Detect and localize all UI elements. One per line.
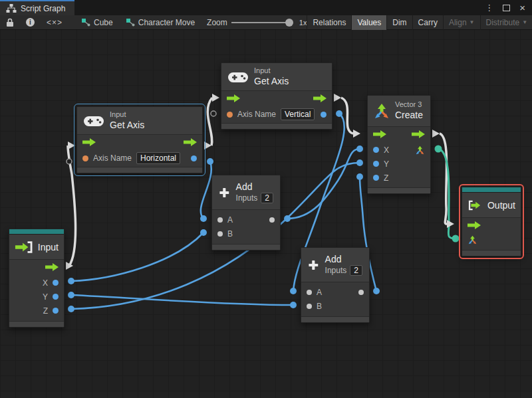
flow-arrow-icon — [82, 138, 96, 146]
node-title: Get Axis — [110, 120, 144, 132]
vector3-input-icon[interactable] — [467, 235, 477, 245]
port-x-label: X — [43, 278, 48, 288]
port-row-x: X — [368, 143, 430, 157]
port-z-dot[interactable] — [53, 308, 59, 314]
port-row-b: B — [301, 299, 369, 313]
port-row-x: X — [9, 276, 64, 290]
gamepad-icon — [228, 71, 248, 83]
port-z-label: Z — [384, 173, 388, 183]
port-row-a: A — [212, 213, 280, 227]
lock-button[interactable] — [0, 15, 20, 30]
port-value-dot[interactable] — [191, 155, 197, 161]
port-y-dot[interactable] — [373, 161, 379, 167]
node-header: Input — [9, 235, 64, 260]
port-a-dot[interactable] — [217, 217, 223, 223]
port-sum-dot[interactable] — [358, 290, 364, 295]
breadcrumb-label: Cube — [94, 18, 113, 27]
distribute-dropdown[interactable]: Distribute▼ — [480, 15, 532, 30]
node-header: Input Get Axis — [77, 107, 202, 135]
node-header: Vector 3 Create — [368, 96, 430, 127]
flow-row — [462, 218, 521, 233]
flow-row — [221, 91, 332, 106]
port-a-label: A — [317, 288, 322, 297]
breadcrumb-label: Character Move — [138, 18, 195, 27]
node-footer — [9, 321, 64, 327]
node-footer — [462, 250, 521, 256]
port-x-label: X — [384, 146, 389, 155]
node-category: Vector 3 — [395, 100, 423, 110]
node-footer — [301, 316, 369, 322]
toggle-relations[interactable]: Relations — [307, 15, 351, 30]
inputs-count-field[interactable]: 2 — [261, 193, 273, 203]
gamepad-icon — [84, 115, 104, 127]
inputs-count-field[interactable]: 2 — [350, 265, 362, 276]
node-footer — [212, 244, 280, 250]
zoom-value: 1x — [299, 19, 307, 27]
port-z-label: Z — [43, 306, 48, 316]
node-title: Add — [325, 254, 362, 266]
window-menu-icon[interactable]: ⋮ — [485, 3, 493, 12]
info-button[interactable]: i — [20, 15, 41, 30]
flow-arrow-icon — [184, 138, 197, 146]
zoom-control: Zoom 1x — [207, 18, 307, 27]
node-vector3-create[interactable]: Vector 3 Create X Y Z — [367, 95, 431, 194]
port-x-dot[interactable] — [53, 280, 59, 286]
node-accent-strip — [462, 187, 521, 193]
breadcrumb-character-move[interactable]: Character Move — [120, 18, 201, 27]
breadcrumb-cube[interactable]: Cube — [75, 18, 120, 27]
field-label: Axis Name — [237, 110, 276, 119]
graph-asset-icon — [126, 19, 135, 27]
port-row-b: B — [212, 227, 280, 241]
node-title: Get Axis — [254, 76, 289, 88]
zoom-slider-handle[interactable] — [285, 19, 293, 27]
port-y-dot[interactable] — [53, 294, 59, 300]
vector3-icon — [373, 103, 390, 119]
port-a-label: A — [227, 215, 233, 225]
align-dropdown[interactable]: Align▼ — [443, 15, 480, 30]
flow-row — [368, 127, 430, 142]
output-event-icon — [467, 199, 483, 212]
port-row-y: Y — [368, 157, 430, 171]
port-b-label: B — [317, 302, 322, 311]
node-title: Add — [236, 181, 273, 193]
node-header: Input Get Axis — [221, 63, 332, 91]
port-value-dot[interactable] — [321, 112, 327, 118]
port-x-dot[interactable] — [373, 147, 379, 153]
node-output[interactable]: Output — [462, 187, 521, 256]
toggle-carry[interactable]: Carry — [412, 15, 443, 30]
node-add-2[interactable]: Add Inputs 2 A B — [301, 247, 370, 323]
node-get-axis-horizontal[interactable]: Input Get Axis Axis Name Horizontal — [76, 106, 203, 173]
port-b-dot[interactable] — [307, 304, 312, 309]
node-input-event[interactable]: Input X Y Z — [9, 229, 65, 328]
close-icon[interactable]: × — [519, 3, 525, 13]
port-row-z: Z — [368, 171, 430, 185]
flow-arrow-icon — [412, 130, 425, 138]
node-add-1[interactable]: Add Inputs 2 A B — [211, 175, 281, 250]
port-row-z: Z — [9, 304, 64, 318]
node-get-axis-vertical[interactable]: Input Get Axis Axis Name Vertical — [221, 62, 332, 130]
port-axisname-dot[interactable] — [227, 112, 233, 118]
port-row-y: Y — [9, 290, 64, 304]
axis-name-field[interactable]: Vertical — [281, 108, 315, 120]
flow-arrow-icon — [313, 94, 327, 102]
code-view-button[interactable]: <×> — [41, 15, 68, 30]
node-footer — [77, 167, 202, 173]
toggle-values[interactable]: Values — [351, 15, 386, 30]
zoom-slider[interactable] — [231, 22, 290, 23]
port-z-dot[interactable] — [373, 175, 379, 181]
tab-script-graph[interactable]: Script Graph — [0, 0, 74, 15]
tab-bar: Script Graph ⋮ × — [0, 0, 532, 15]
vector3-output-icon[interactable] — [415, 146, 425, 155]
axis-name-field[interactable]: Horizontal — [136, 152, 180, 164]
port-a-dot[interactable] — [307, 290, 312, 295]
port-b-dot[interactable] — [217, 231, 223, 237]
maximize-icon[interactable] — [503, 5, 510, 11]
zoom-label: Zoom — [207, 18, 227, 27]
plus-icon — [219, 184, 230, 201]
node-category: Input — [110, 110, 144, 120]
node-footer — [221, 123, 332, 129]
port-axisname-dot[interactable] — [82, 155, 88, 161]
flow-arrow-icon — [373, 130, 386, 138]
port-sum-dot[interactable] — [269, 217, 275, 223]
toggle-dim[interactable]: Dim — [386, 15, 412, 30]
